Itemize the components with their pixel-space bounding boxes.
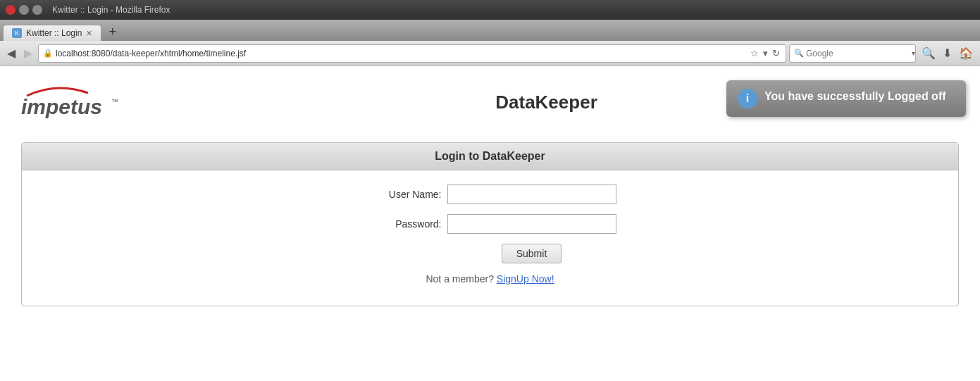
- tab-close-icon[interactable]: ✕: [86, 29, 92, 38]
- address-bar[interactable]: [56, 49, 749, 58]
- toast-message: You have successfully Logged off: [764, 89, 946, 104]
- secure-icon: 🔒: [43, 49, 53, 58]
- nav-download-button[interactable]: ⬇: [940, 45, 955, 61]
- signup-text: Not a member?: [426, 273, 493, 285]
- nav-bar: ◀ ▶ 🔒 ☆ ▾ ↻ 🔍 ▾ 🔍 ⬇ 🏠: [0, 41, 980, 66]
- dropdown-arrow[interactable]: ▾: [762, 48, 769, 58]
- tab-bar: K Kwitter :: Login ✕ +: [0, 20, 980, 41]
- back-button[interactable]: ◀: [4, 44, 18, 63]
- search-dropdown-icon[interactable]: ▾: [912, 49, 915, 57]
- browser-tab[interactable]: K Kwitter :: Login ✕: [3, 25, 101, 41]
- toast-info-icon: i: [738, 89, 757, 108]
- submit-button[interactable]: Submit: [502, 244, 562, 263]
- tab-label: Kwitter :: Login: [26, 28, 82, 38]
- minimize-button[interactable]: [19, 5, 29, 15]
- refresh-icon[interactable]: ↻: [771, 48, 781, 58]
- password-row: Password:: [50, 214, 930, 234]
- svg-text:™: ™: [111, 98, 118, 106]
- tab-favicon: K: [12, 28, 22, 38]
- username-input[interactable]: [447, 185, 616, 204]
- browser-titlebar: Kwitter :: Login - Mozilla Firefox: [0, 0, 980, 20]
- nav-right-buttons: 🔍 ⬇ 🏠: [919, 45, 976, 61]
- search-engine-icon: 🔍: [794, 49, 804, 58]
- address-actions: ☆ ▾ ↻: [749, 48, 781, 58]
- page-content: impetus ™ DataKeeper i You have successf…: [0, 66, 980, 369]
- page-header: impetus ™ DataKeeper i You have successf…: [14, 80, 966, 125]
- nav-search-button[interactable]: 🔍: [919, 45, 938, 61]
- search-bar-container: 🔍 ▾: [789, 44, 916, 63]
- window-controls: [6, 5, 42, 15]
- new-tab-button[interactable]: +: [104, 25, 120, 39]
- browser-title: Kwitter :: Login - Mozilla Firefox: [52, 5, 170, 15]
- svg-text:impetus: impetus: [21, 95, 102, 118]
- forward-button[interactable]: ▶: [21, 44, 35, 63]
- login-form-header: Login to DataKeeper: [22, 143, 958, 170]
- close-button[interactable]: [6, 5, 15, 15]
- bookmark-icon[interactable]: ☆: [749, 48, 760, 58]
- login-form-container: Login to DataKeeper User Name: Password:…: [21, 142, 959, 306]
- logo-svg: impetus ™: [14, 80, 127, 123]
- search-input[interactable]: [806, 49, 912, 58]
- signup-link[interactable]: SignUp Now!: [497, 273, 554, 285]
- username-row: User Name:: [50, 185, 930, 204]
- notification-toast: i You have successfully Logged off: [726, 80, 966, 117]
- password-input[interactable]: [447, 214, 616, 234]
- logo-container: impetus ™: [14, 80, 127, 125]
- nav-home-button[interactable]: 🏠: [956, 45, 976, 61]
- login-form-body: User Name: Password: Submit Not a member…: [22, 170, 958, 306]
- address-bar-container: 🔒 ☆ ▾ ↻: [38, 44, 786, 63]
- maximize-button[interactable]: [32, 5, 42, 15]
- submit-row: Submit: [133, 244, 930, 263]
- username-label: User Name:: [364, 189, 442, 200]
- signup-row: Not a member? SignUp Now!: [50, 273, 930, 285]
- password-label: Password:: [364, 218, 442, 230]
